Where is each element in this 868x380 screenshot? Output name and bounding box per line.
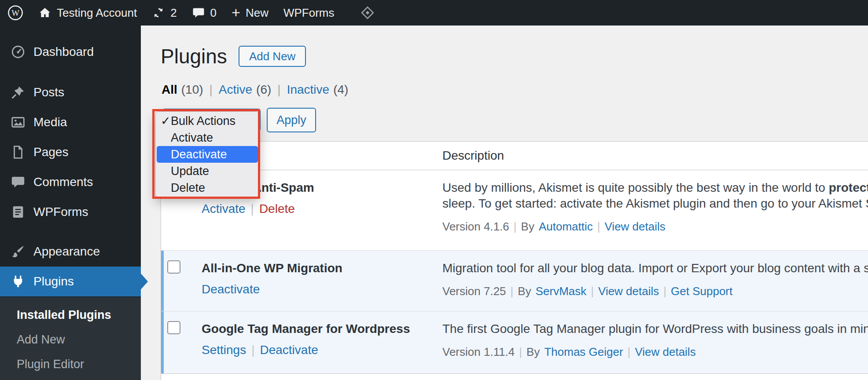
description-cell: Used by millions, Akismet is quite possi… — [442, 180, 868, 234]
column-header-description[interactable]: Description — [442, 142, 504, 170]
row-checkbox[interactable] — [167, 260, 180, 274]
admin-bar: W Testing Account 2 0 + New WPForms — [0, 0, 868, 26]
comments-icon — [11, 175, 26, 190]
media-icon — [11, 115, 26, 130]
deactivate-link[interactable]: Deactivate — [260, 342, 318, 358]
dropdown-option-activate[interactable]: Activate — [157, 129, 258, 146]
author-link[interactable]: ServMask — [536, 284, 587, 299]
filter-active[interactable]: Active (6) — [219, 83, 271, 97]
sidebar-item-dashboard[interactable]: Dashboard — [0, 37, 141, 67]
new-content-menu[interactable]: + New — [224, 0, 276, 26]
plugins-submenu: Installed Plugins Add New Plugin Editor — [0, 297, 141, 380]
description-line: Migration tool for all your blog data. I… — [442, 260, 868, 276]
apply-button[interactable]: Apply — [267, 108, 316, 132]
author-link[interactable]: Thomas Geiger — [544, 344, 623, 359]
description-line: Used by millions, Akismet is quite possi… — [442, 180, 868, 196]
table-row: All-in-One WP Migration Deactivate Migra… — [161, 250, 868, 311]
activate-link[interactable]: Activate — [202, 201, 246, 217]
filter-separator: | — [210, 83, 213, 97]
updates-count: 2 — [170, 6, 177, 20]
pushpin-icon — [11, 85, 26, 100]
filter-inactive[interactable]: Inactive (4) — [287, 83, 349, 97]
menu-separator — [0, 67, 141, 77]
table-row: Akismet Anti-Spam Activate | Delete Used… — [161, 170, 868, 250]
plugin-icon — [11, 274, 26, 289]
add-new-button[interactable]: Add New — [239, 46, 306, 67]
dropdown-option-update[interactable]: Update — [157, 163, 258, 179]
sidebar-item-label: WPForms — [33, 205, 88, 219]
row-checkbox[interactable] — [167, 321, 180, 334]
main-content: Plugins Add New All (10) | Active (6) | … — [141, 26, 868, 380]
plugin-cell: All-in-One WP Migration Deactivate — [202, 260, 342, 297]
wpforms-diamond-menu[interactable] — [353, 0, 382, 26]
comments-count: 0 — [210, 6, 217, 20]
svg-text:W: W — [11, 8, 19, 18]
plugin-cell: Google Tag Manager for Wordpress Setting… — [202, 321, 410, 358]
sidebar-item-pages[interactable]: Pages — [0, 137, 141, 167]
table-row-partial — [161, 373, 868, 380]
page-title: Plugins — [161, 44, 227, 69]
submenu-add-new[interactable]: Add New — [0, 327, 141, 352]
action-separator: | — [251, 201, 254, 217]
sidebar-item-appearance[interactable]: Appearance — [0, 237, 141, 267]
wpforms-icon — [11, 205, 26, 219]
table-header-row: Description — [161, 142, 868, 170]
submenu-installed-plugins[interactable]: Installed Plugins — [0, 303, 141, 327]
version-line: Version 1.11.4 | By Thomas Geiger | View… — [442, 344, 868, 359]
submenu-plugin-editor[interactable]: Plugin Editor — [0, 352, 141, 376]
dropdown-option-bulk-actions[interactable]: ✓ Bulk Actions — [157, 113, 258, 129]
site-name: Testing Account — [57, 6, 137, 20]
sidebar-item-media[interactable]: Media — [0, 107, 141, 137]
description-cell: The first Google Tag Manager plugin for … — [442, 321, 868, 359]
home-icon — [38, 6, 51, 19]
sidebar-item-posts[interactable]: Posts — [0, 77, 141, 107]
dashboard-icon — [11, 44, 26, 59]
description-cell: Migration tool for all your blog data. I… — [442, 260, 868, 299]
wp-logo-menu[interactable]: W — [0, 0, 31, 26]
sidebar: Dashboard Posts Media Pages Comments WPF… — [0, 26, 141, 380]
plus-icon: + — [232, 5, 240, 20]
description-line: The first Google Tag Manager plugin for … — [442, 321, 868, 337]
paintbrush-icon — [11, 244, 26, 259]
settings-link[interactable]: Settings — [202, 342, 246, 358]
get-support-link[interactable]: Get Support — [671, 284, 732, 299]
sidebar-item-label: Media — [33, 115, 67, 129]
updates-icon — [152, 6, 165, 19]
sidebar-item-plugins[interactable]: Plugins — [0, 267, 141, 296]
comment-bubble-icon — [192, 6, 205, 19]
version-line: Version 4.1.6 | By Automattic | View det… — [442, 219, 868, 234]
view-details-link[interactable]: View details — [635, 344, 695, 359]
sidebar-item-wpforms[interactable]: WPForms — [0, 197, 141, 227]
checkmark-icon: ✓ — [161, 113, 171, 129]
dropdown-option-delete[interactable]: Delete — [157, 179, 258, 196]
version-line: Version 7.25 | By ServMask | View detail… — [442, 284, 868, 299]
updates-menu[interactable]: 2 — [144, 0, 184, 26]
plugins-table: Description Akismet Anti-Spam Activate |… — [161, 141, 868, 380]
dropdown-option-deactivate[interactable]: Deactivate — [157, 146, 258, 163]
diamond-icon — [360, 6, 375, 20]
sidebar-item-label: Dashboard — [33, 45, 94, 59]
author-link[interactable]: Automattic — [539, 219, 593, 234]
view-details-link[interactable]: View details — [604, 219, 665, 234]
filter-separator: | — [277, 83, 280, 97]
action-separator: | — [251, 342, 254, 358]
bulk-actions-dropdown: ✓ Bulk Actions Activate Deactivate Updat… — [155, 111, 259, 197]
row-actions: Activate | Delete — [202, 201, 314, 217]
menu-separator — [0, 227, 141, 237]
sidebar-item-comments[interactable]: Comments — [0, 167, 141, 197]
description-line: sleep. To get started: activate the Akis… — [442, 196, 868, 212]
sidebar-item-label: Pages — [33, 145, 68, 159]
deactivate-link[interactable]: Deactivate — [202, 281, 260, 297]
view-details-link[interactable]: View details — [598, 284, 659, 299]
new-label: New — [246, 6, 268, 20]
comments-menu[interactable]: 0 — [184, 0, 224, 26]
plugin-title: Google Tag Manager for Wordpress — [202, 321, 410, 337]
table-row: Google Tag Manager for Wordpress Setting… — [161, 311, 868, 373]
delete-link[interactable]: Delete — [259, 201, 295, 217]
sidebar-item-label: Posts — [33, 85, 64, 99]
sidebar-item-label: Appearance — [33, 245, 100, 259]
filter-all[interactable]: All (10) — [162, 83, 203, 97]
wpforms-menu[interactable]: WPForms — [276, 0, 342, 26]
wpforms-label: WPForms — [283, 6, 335, 20]
site-menu[interactable]: Testing Account — [31, 0, 144, 26]
